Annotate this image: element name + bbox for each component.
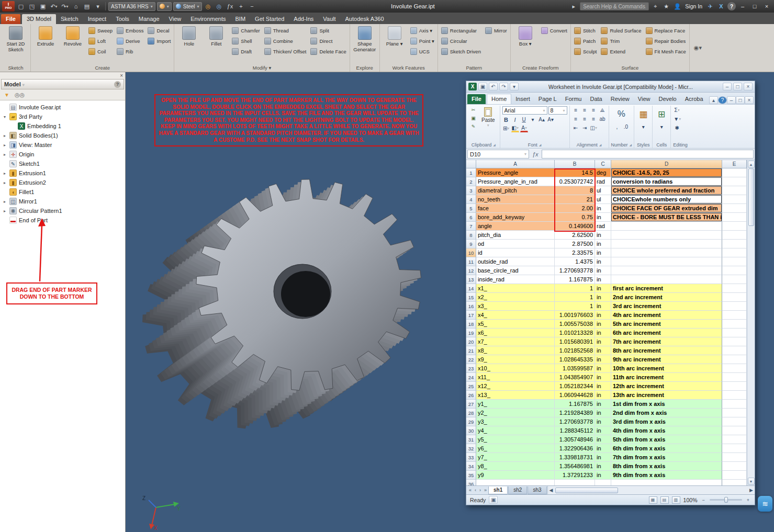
row-header-11[interactable]: 11 xyxy=(466,257,476,266)
cell-B30[interactable]: 1.288345112 xyxy=(555,426,595,435)
align-right-icon[interactable]: ≡ xyxy=(590,115,598,123)
cell-E23[interactable] xyxy=(722,364,747,373)
cell-E36[interactable] xyxy=(722,480,747,485)
tree-item-embedding-1[interactable]: XEmbedding 1 xyxy=(0,121,125,131)
cell-E30[interactable] xyxy=(722,426,747,435)
tab-bim[interactable]: BIM xyxy=(231,14,251,24)
cell-D13[interactable] xyxy=(611,275,722,284)
cell-A20[interactable]: x7_ xyxy=(476,337,555,346)
cell-C26[interactable]: in xyxy=(595,391,611,400)
coil-button[interactable]: Coil xyxy=(87,46,114,56)
floating-widget-icon[interactable]: ≋ xyxy=(758,496,772,512)
cell-A23[interactable]: x10_ xyxy=(476,364,555,373)
cell-C1[interactable]: deg xyxy=(595,168,611,177)
italic-button[interactable]: I xyxy=(511,116,519,123)
tree-item-involute-gear-ipt[interactable]: ▤Involute Gear.ipt xyxy=(0,103,125,112)
cell-D14[interactable]: first arc increment xyxy=(611,284,722,293)
align-left-icon[interactable]: ≡ xyxy=(572,115,580,123)
align-center-icon[interactable]: ≡ xyxy=(581,115,589,123)
cell-C12[interactable]: in xyxy=(595,266,611,275)
cell-B2[interactable]: 0.253072742 xyxy=(555,177,595,186)
row-header-3[interactable]: 3 xyxy=(466,186,476,195)
zoom-slider-thumb[interactable] xyxy=(724,497,728,503)
row-header-34[interactable]: 34 xyxy=(466,462,476,471)
tab-3d-model[interactable]: 3D Model xyxy=(22,14,56,24)
cell-C4[interactable]: ul xyxy=(595,195,611,204)
cell-E13[interactable] xyxy=(722,275,747,284)
tree-item-mirror1[interactable]: ▸◫Mirror1 xyxy=(0,197,125,206)
cell-A19[interactable]: x6_ xyxy=(476,329,555,337)
excel-quick-access-more-icon[interactable]: ▾ xyxy=(510,83,519,90)
fit-mesh-face-button[interactable]: Fit Mesh Face xyxy=(645,46,687,56)
cell-C15[interactable]: in xyxy=(595,293,611,302)
excel-tab-view[interactable]: View xyxy=(634,94,655,104)
extrude-button[interactable]: Extrude xyxy=(33,25,58,47)
cell-E21[interactable] xyxy=(722,346,747,355)
cell-E22[interactable] xyxy=(722,355,747,364)
cell-C28[interactable]: in xyxy=(595,409,611,417)
tab-add-ins[interactable]: Add-Ins xyxy=(289,14,318,24)
row-header-2[interactable]: 2 xyxy=(466,177,476,186)
cell-D11[interactable] xyxy=(611,257,722,266)
rectangular-pattern-button[interactable]: Rectangular xyxy=(440,25,482,36)
new-file-icon[interactable]: ▢ xyxy=(16,2,26,11)
page-break-view-icon[interactable]: ▥ xyxy=(672,496,680,504)
fill-icon[interactable]: ▼▾ xyxy=(673,115,681,123)
cell-B9[interactable]: 2.87500 xyxy=(555,240,595,248)
last-sheet-icon[interactable]: » xyxy=(483,488,488,493)
cell-D12[interactable] xyxy=(611,266,722,275)
tab-autodesk-a360[interactable]: Autodesk A360 xyxy=(341,14,389,24)
hscroll-right-icon[interactable]: ▶ xyxy=(748,488,755,493)
cell-D29[interactable]: 3rd dim from x axis xyxy=(611,417,722,426)
underline-more-icon[interactable]: ▾ xyxy=(529,116,537,123)
cell-D24[interactable]: 11th arc increment xyxy=(611,373,722,382)
cell-D18[interactable]: 5th arc increment xyxy=(611,320,722,329)
sheet-tab-sh3[interactable]: sh3 xyxy=(528,486,546,494)
delete-face-button[interactable]: Delete Face xyxy=(309,46,347,56)
cell-D10[interactable] xyxy=(611,248,722,257)
sort-filter-icon[interactable]: ✱ xyxy=(673,124,681,132)
ribbon-overflow-button[interactable]: ◉▾ xyxy=(690,24,706,72)
row-header-30[interactable]: 30 xyxy=(466,426,476,435)
cell-C5[interactable]: in xyxy=(595,204,611,213)
fx-icon[interactable]: ƒx xyxy=(531,151,540,157)
adjust-appearance-icon[interactable]: ◎ xyxy=(204,2,213,11)
hscroll-thumb[interactable] xyxy=(555,488,618,493)
find-icon[interactable]: ◎◎ xyxy=(15,92,25,98)
row-header-26[interactable]: 26 xyxy=(466,391,476,400)
zoom-slider[interactable] xyxy=(710,499,742,501)
expander-closed-icon[interactable]: ▸ xyxy=(2,180,7,185)
cell-D8[interactable] xyxy=(611,231,722,240)
tree-item-extrusion1[interactable]: ▸▮Extrusion1 xyxy=(0,168,125,178)
emboss-button[interactable]: Emboss xyxy=(116,25,144,36)
revolve-button[interactable]: Revolve xyxy=(60,25,85,47)
cell-E26[interactable] xyxy=(722,391,747,400)
excel-tab-insert[interactable]: Insert xyxy=(511,94,534,104)
search-icon[interactable]: ⌖ xyxy=(650,2,660,11)
cell-D1[interactable]: CHOICE -14.5, 20, 25 xyxy=(611,168,722,177)
tab-get-started[interactable]: Get Started xyxy=(250,14,289,24)
excel-titlebar[interactable]: X ▣ ↶ ↷ ▾ Worksheet in Involute Gear.ipt… xyxy=(466,81,755,93)
cell-E14[interactable] xyxy=(722,284,747,293)
row-header-31[interactable]: 31 xyxy=(466,435,476,444)
loft-button[interactable]: Loft xyxy=(87,36,114,46)
cell-A18[interactable]: x5_ xyxy=(476,320,555,329)
minimize-button[interactable]: – xyxy=(737,2,748,11)
cell-D31[interactable]: 5th dim from x axis xyxy=(611,435,722,444)
cell-B36[interactable] xyxy=(555,480,595,485)
row-header-24[interactable]: 24 xyxy=(466,373,476,382)
cell-D25[interactable]: 12th arc increment xyxy=(611,382,722,391)
cell-D35[interactable]: 9th dim from x axis xyxy=(611,471,722,480)
point-button[interactable]: Point ▾ xyxy=(409,36,435,46)
cell-B3[interactable]: 8 xyxy=(555,186,595,195)
row-header-35[interactable]: 35 xyxy=(466,471,476,480)
comma-style-icon[interactable]: , xyxy=(613,123,621,131)
open-file-icon[interactable]: ◳ xyxy=(27,2,37,11)
sketch-driven-pattern-button[interactable]: Sketch Driven xyxy=(440,46,482,56)
row-header-7[interactable]: 7 xyxy=(466,222,476,231)
tab-inspect[interactable]: Inspect xyxy=(83,14,111,24)
cell-C23[interactable]: in xyxy=(595,364,611,373)
merge-center-icon[interactable]: ◫▾ xyxy=(590,124,598,132)
cell-B24[interactable]: 1.043854907 xyxy=(555,373,595,382)
hscroll-left-icon[interactable]: ◀ xyxy=(548,488,555,493)
